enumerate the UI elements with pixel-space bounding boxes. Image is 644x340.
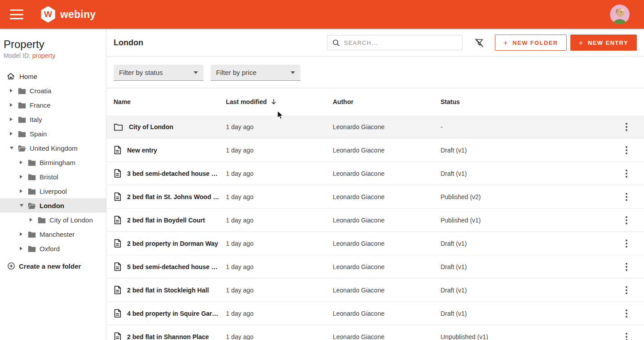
sidebar-item-spain[interactable]: Spain bbox=[0, 126, 106, 141]
chevron-right-icon[interactable] bbox=[10, 118, 18, 121]
search-box bbox=[327, 35, 463, 50]
chevron-down-icon[interactable] bbox=[20, 204, 28, 207]
row-modified: 1 day ago bbox=[226, 193, 333, 201]
row-menu-kebab-icon[interactable] bbox=[621, 143, 632, 158]
table-row[interactable]: 2 bed flat in St. Johns Wood …1 day agoL… bbox=[106, 185, 644, 209]
row-status: Published (v1) bbox=[441, 217, 617, 224]
sidebar-item-home[interactable]: Home bbox=[0, 69, 106, 83]
row-author: Leonardo Giacone bbox=[333, 310, 441, 317]
filter-bar: Filter by status Filter by price bbox=[106, 57, 644, 88]
row-status: Draft (v1) bbox=[441, 240, 617, 247]
sidebar-item-label: France bbox=[30, 101, 51, 109]
chevron-right-icon[interactable] bbox=[20, 232, 28, 236]
row-menu-kebab-icon[interactable] bbox=[621, 329, 632, 340]
sort-descending-icon bbox=[270, 98, 277, 105]
create-folder-button[interactable]: Create a new folder bbox=[0, 259, 106, 273]
document-icon bbox=[114, 169, 121, 178]
filter-off-icon[interactable] bbox=[473, 37, 485, 48]
webiny-logo[interactable]: W webiny bbox=[40, 6, 96, 23]
folder-icon bbox=[18, 101, 26, 109]
sidebar: Property Model ID: property Home Croatia… bbox=[0, 29, 106, 340]
column-header-author[interactable]: Author bbox=[333, 98, 441, 105]
filter-by-status-select[interactable]: Filter by status bbox=[114, 65, 203, 81]
folder-outline-icon bbox=[114, 123, 123, 131]
page-title: London bbox=[114, 38, 143, 48]
model-id-link[interactable]: property bbox=[32, 52, 55, 59]
sidebar-item-manchester[interactable]: Manchester bbox=[0, 227, 106, 241]
sidebar-item-label: Croatia bbox=[30, 87, 51, 95]
table-row[interactable]: 4 bed property in Squire Gar…1 day agoLe… bbox=[106, 302, 644, 325]
row-author: Leonardo Giacone bbox=[333, 193, 441, 201]
chevron-right-icon[interactable] bbox=[20, 175, 28, 179]
sidebar-item-united-kingdom[interactable]: United Kingdom bbox=[0, 141, 106, 155]
create-folder-label: Create a new folder bbox=[19, 262, 81, 270]
filter-by-price-select[interactable]: Filter by price bbox=[211, 65, 300, 81]
row-menu-kebab-icon[interactable] bbox=[621, 283, 632, 298]
plus-circle-icon bbox=[7, 262, 15, 270]
chevron-down-icon[interactable] bbox=[10, 147, 18, 149]
model-info: Property Model ID: property bbox=[0, 29, 106, 65]
sidebar-item-italy[interactable]: Italy bbox=[0, 112, 106, 126]
sidebar-item-birmingham[interactable]: Birmingham bbox=[0, 155, 106, 170]
table-row[interactable]: 2 bed property in Dorman Way1 day agoLeo… bbox=[106, 232, 644, 255]
row-modified: 1 day ago bbox=[226, 240, 333, 247]
table-row[interactable]: 5 bed semi-detached house …1 day agoLeon… bbox=[106, 255, 644, 279]
chevron-right-icon[interactable] bbox=[10, 103, 18, 107]
chevron-right-icon[interactable] bbox=[20, 189, 28, 193]
sidebar-item-liverpool[interactable]: Liverpool bbox=[0, 184, 106, 198]
webiny-hexagon-icon: W bbox=[40, 6, 56, 23]
row-menu-kebab-icon[interactable] bbox=[621, 236, 632, 251]
table-row[interactable]: 2 bed flat in Boydell Court1 day agoLeon… bbox=[106, 209, 644, 232]
row-menu-kebab-icon[interactable] bbox=[621, 306, 632, 321]
row-status: - bbox=[441, 123, 617, 131]
row-name: 4 bed property in Squire Gar… bbox=[127, 310, 218, 317]
row-menu-kebab-icon[interactable] bbox=[621, 213, 632, 228]
chevron-right-icon[interactable] bbox=[20, 161, 28, 164]
table-row[interactable]: 2 bed flat in Stockleigh Hall1 day agoLe… bbox=[106, 279, 644, 302]
table-row[interactable]: New entry1 day agoLeonardo GiaconeDraft … bbox=[106, 139, 644, 162]
sidebar-item-bristol[interactable]: Bristol bbox=[0, 170, 106, 184]
model-title: Property bbox=[4, 38, 99, 51]
row-menu-kebab-icon[interactable] bbox=[621, 119, 632, 135]
sidebar-item-city-of-london[interactable]: City of London bbox=[0, 213, 106, 227]
filter-by-price-label: Filter by price bbox=[216, 69, 256, 76]
row-name: New entry bbox=[127, 147, 157, 154]
sidebar-item-label: Bristol bbox=[40, 173, 58, 181]
chevron-right-icon[interactable] bbox=[10, 89, 18, 92]
document-icon bbox=[114, 239, 121, 248]
row-author: Leonardo Giacone bbox=[333, 263, 441, 270]
row-modified: 1 day ago bbox=[226, 123, 333, 131]
new-folder-button[interactable]: + NEW FOLDER bbox=[495, 35, 567, 51]
document-icon bbox=[114, 262, 121, 271]
row-modified: 1 day ago bbox=[226, 170, 333, 177]
table-row[interactable]: 3 bed semi-detached house …1 day agoLeon… bbox=[106, 162, 644, 185]
row-modified: 1 day ago bbox=[226, 217, 333, 224]
row-menu-kebab-icon[interactable] bbox=[621, 259, 632, 275]
column-header-last-modified[interactable]: Last modified bbox=[226, 98, 333, 105]
sidebar-item-label: Birmingham bbox=[40, 159, 75, 166]
menu-icon[interactable] bbox=[10, 9, 23, 19]
column-header-status[interactable]: Status bbox=[441, 98, 617, 105]
sidebar-item-oxford[interactable]: Oxford bbox=[0, 241, 106, 256]
sidebar-item-label: Oxford bbox=[40, 245, 60, 253]
sidebar-item-london[interactable]: London bbox=[0, 198, 106, 213]
sidebar-item-croatia[interactable]: Croatia bbox=[0, 83, 106, 98]
row-menu-kebab-icon[interactable] bbox=[621, 166, 632, 181]
folder-icon bbox=[28, 159, 36, 166]
table-row[interactable]: City of London1 day agoLeonardo Giacone- bbox=[106, 115, 644, 139]
row-name: 2 bed flat in Shannon Place bbox=[127, 333, 209, 340]
search-input[interactable] bbox=[344, 39, 458, 46]
table-row[interactable]: 2 bed flat in Shannon Place1 day agoLeon… bbox=[106, 325, 644, 340]
new-entry-button[interactable]: + NEW ENTRY bbox=[570, 35, 637, 51]
row-author: Leonardo Giacone bbox=[333, 217, 441, 224]
chevron-right-icon[interactable] bbox=[30, 218, 38, 222]
folder-icon bbox=[18, 130, 26, 137]
avatar[interactable] bbox=[610, 4, 630, 24]
folder-icon bbox=[28, 231, 36, 238]
column-header-name[interactable]: Name bbox=[106, 98, 226, 105]
chevron-right-icon[interactable] bbox=[20, 247, 28, 250]
sidebar-item-label: Manchester bbox=[40, 231, 75, 238]
chevron-right-icon[interactable] bbox=[10, 132, 18, 135]
sidebar-item-france[interactable]: France bbox=[0, 98, 106, 112]
row-menu-kebab-icon[interactable] bbox=[621, 189, 632, 205]
